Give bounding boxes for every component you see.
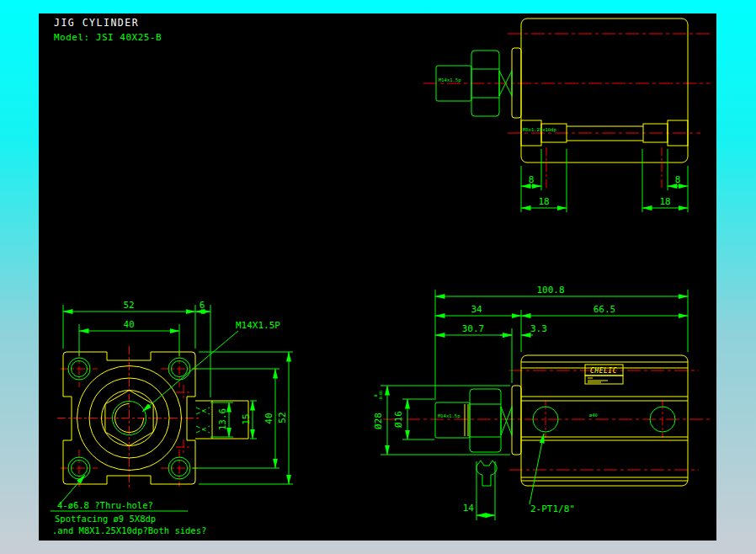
dim-label: 15 <box>241 413 252 424</box>
bore-label: ø40 <box>589 413 598 418</box>
dim-label: 3.3 <box>530 323 547 334</box>
thread-callout-label: M14X1.5P <box>236 320 280 331</box>
dim-label: 30.7 <box>462 323 485 334</box>
brand-label: CHELIC <box>590 367 617 375</box>
drawing-canvas[interactable] <box>39 13 716 541</box>
note-line-2: Spotfacing ø9 5X8dp <box>55 514 156 524</box>
rod-thread-label: M14x1.5p <box>438 413 461 419</box>
cad-screenshot: JIG CYLINDER Model: JSI 40X25-B M14x1.5p… <box>0 0 756 554</box>
mount-thread-label: M8x1.25x10dp <box>523 127 556 133</box>
rod-thread-label: M14x1.5p <box>439 77 461 83</box>
drawing-model: Model: JSI 40X25-B <box>54 32 162 43</box>
tolerance-lower: -0.05 <box>379 390 383 402</box>
dim-label: 18 <box>538 196 549 207</box>
note-line-3: .and M8X1.25X10dp?Both sides? <box>52 525 206 535</box>
dim-label: 40 <box>123 319 134 330</box>
port-callout-label: 2-PT1/8" <box>530 503 575 514</box>
dim-label: 14 <box>463 503 475 514</box>
dim-label: 52 <box>123 300 134 311</box>
dim-label: 18 <box>659 196 670 207</box>
note-line-1: 4-ø6.8 ?Thru-hole? <box>57 500 153 510</box>
dim-label: 6 <box>200 300 205 311</box>
dim-label: 52 <box>277 412 288 423</box>
tolerance-upper: 0 <box>374 394 378 397</box>
dim-label: Ø16 <box>393 411 404 428</box>
dim-label: 40 <box>264 413 274 423</box>
dim-label: 100.8 <box>536 285 564 296</box>
dim-label: 13.6 <box>217 408 228 431</box>
drawing-title: JIG CYLINDER <box>54 17 139 29</box>
dim-label: Ø28 <box>373 413 384 429</box>
dim-label: 8 <box>675 174 681 185</box>
dim-label: 8 <box>529 174 535 185</box>
dim-label: 66.5 <box>594 304 616 315</box>
dim-label: 34 <box>471 304 482 315</box>
